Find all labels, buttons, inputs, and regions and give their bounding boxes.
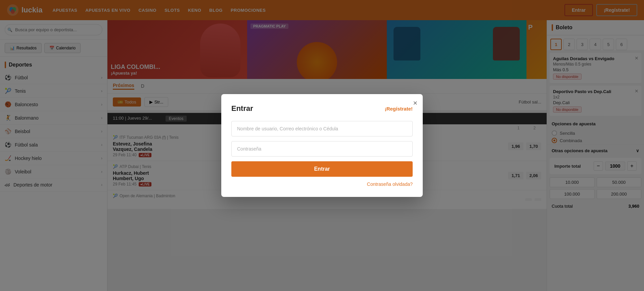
modal-entrar-button[interactable]: Entrar — [231, 161, 413, 177]
forgot-password-link[interactable]: Contraseña olvidada? — [231, 181, 413, 187]
modal-header: Entrar ¡Regístrate! — [231, 104, 413, 113]
login-modal: × Entrar ¡Regístrate! Entrar Contraseña … — [221, 94, 423, 197]
password-input[interactable] — [231, 141, 413, 157]
modal-overlay[interactable]: × Entrar ¡Regístrate! Entrar Contraseña … — [0, 0, 644, 291]
username-input[interactable] — [231, 121, 413, 136]
modal-register-link[interactable]: ¡Regístrate! — [385, 106, 413, 112]
modal-title: Entrar — [231, 104, 253, 113]
modal-close-button[interactable]: × — [413, 99, 417, 107]
